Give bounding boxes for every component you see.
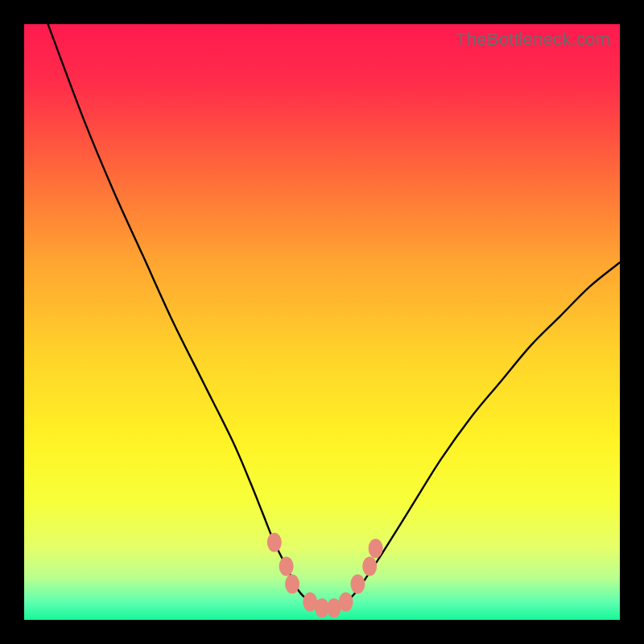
- marker-point: [369, 539, 383, 558]
- plot-area: TheBottleneck.com: [24, 24, 620, 620]
- marker-point: [279, 556, 294, 576]
- marker-point: [339, 592, 353, 612]
- marker-point: [267, 533, 282, 552]
- marker-point: [362, 556, 377, 576]
- marker-point: [350, 575, 365, 594]
- marker-point: [285, 575, 299, 594]
- highlight-markers: [24, 24, 620, 620]
- watermark-text: TheBottleneck.com: [456, 29, 610, 50]
- chart-frame: TheBottleneck.com: [0, 0, 644, 644]
